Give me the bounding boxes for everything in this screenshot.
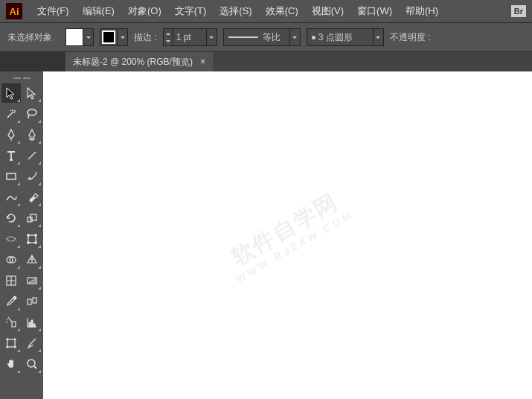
tab-close-button[interactable]: × xyxy=(200,57,205,67)
selection-status: 未选择对象 xyxy=(7,31,52,44)
fill-dropdown[interactable] xyxy=(83,28,94,46)
width-tool[interactable] xyxy=(1,229,21,249)
svg-rect-16 xyxy=(12,322,16,327)
options-bar: 未选择对象 描边 : 1 pt 等比 3 点圆形 不透明度 : xyxy=(0,22,532,52)
tools-panel xyxy=(0,71,43,399)
menu-view[interactable]: 视图(V) xyxy=(306,1,350,21)
stroke-dropdown[interactable] xyxy=(118,28,128,46)
pen-tool[interactable] xyxy=(1,125,21,144)
eraser-tool[interactable] xyxy=(22,188,42,207)
brush-label: 3 点圆形 xyxy=(318,31,353,44)
shape-builder-tool[interactable] xyxy=(1,250,21,269)
menu-type[interactable]: 文字(T) xyxy=(169,1,213,21)
selection-tool[interactable] xyxy=(1,83,21,103)
svg-rect-14 xyxy=(28,299,31,304)
stroke-width-stepper[interactable] xyxy=(163,28,173,46)
hand-tool[interactable] xyxy=(1,354,21,374)
svg-rect-20 xyxy=(7,339,15,347)
brush-dropdown[interactable] xyxy=(374,28,384,46)
artboard-tool[interactable] xyxy=(1,333,21,353)
svg-rect-17 xyxy=(29,322,31,327)
svg-point-0 xyxy=(28,109,36,115)
document-tab[interactable]: 未标题-2 @ 200% (RGB/预览) × xyxy=(65,52,213,71)
canvas-area[interactable]: 软件自学网 WWW.RJZXW.COM xyxy=(43,71,532,399)
stroke-swatch[interactable] xyxy=(100,28,118,46)
line-segment-tool[interactable] xyxy=(22,146,42,165)
scale-tool[interactable] xyxy=(22,208,42,228)
gradient-tool[interactable] xyxy=(22,271,42,290)
symbol-sprayer-tool[interactable] xyxy=(1,313,21,332)
slice-tool[interactable] xyxy=(22,333,42,353)
document-tabs: 未标题-2 @ 200% (RGB/预览) × xyxy=(65,52,532,71)
curvature-tool[interactable] xyxy=(22,125,42,144)
profile-dropdown[interactable] xyxy=(290,28,301,46)
bridge-button[interactable]: Br xyxy=(511,5,526,17)
menu-file[interactable]: 文件(F) xyxy=(31,1,75,21)
svg-point-21 xyxy=(28,360,35,367)
menu-help[interactable]: 帮助(H) xyxy=(400,1,444,21)
variable-width-profile[interactable]: 等比 xyxy=(223,28,290,46)
paintbrush-tool[interactable] xyxy=(22,167,42,186)
opacity-label: 不透明度 : xyxy=(390,31,431,44)
app-logo: Ai xyxy=(6,3,22,19)
svg-point-6 xyxy=(35,234,37,237)
menu-object[interactable]: 对象(O) xyxy=(122,1,167,21)
svg-rect-19 xyxy=(33,324,35,327)
rectangle-tool[interactable] xyxy=(1,167,21,186)
menu-window[interactable]: 窗口(W) xyxy=(351,1,398,21)
svg-rect-2 xyxy=(28,217,32,222)
type-tool[interactable] xyxy=(1,146,21,165)
svg-rect-4 xyxy=(28,235,36,243)
svg-rect-1 xyxy=(7,173,16,179)
direct-selection-tool[interactable] xyxy=(22,83,42,103)
svg-rect-18 xyxy=(31,320,33,327)
menu-select[interactable]: 选择(S) xyxy=(214,1,257,21)
stroke-label: 描边 : xyxy=(134,31,157,44)
svg-point-7 xyxy=(28,242,30,244)
perspective-tool[interactable] xyxy=(22,250,42,269)
shaper-tool[interactable] xyxy=(1,188,21,207)
stroke-width-dropdown[interactable] xyxy=(207,28,217,46)
blend-tool[interactable] xyxy=(22,292,42,311)
fill-swatch[interactable] xyxy=(65,28,83,46)
menu-edit[interactable]: 编辑(E) xyxy=(77,1,121,21)
svg-point-8 xyxy=(35,242,37,244)
tab-title: 未标题-2 @ 200% (RGB/预览) xyxy=(73,56,193,68)
workspace: 软件自学网 WWW.RJZXW.COM xyxy=(0,71,532,399)
stroke-width-field[interactable]: 1 pt xyxy=(173,28,207,46)
eyedropper-tool[interactable] xyxy=(1,292,21,311)
menu-bar: Ai 文件(F) 编辑(E) 对象(O) 文字(T) 选择(S) 效果(C) 视… xyxy=(0,0,532,22)
tools-header-grip[interactable] xyxy=(1,74,42,82)
profile-line-icon xyxy=(228,36,258,38)
svg-point-5 xyxy=(28,234,30,237)
free-transform-tool[interactable] xyxy=(22,229,42,249)
brush-dot-icon xyxy=(312,36,315,39)
menu-effect[interactable]: 效果(C) xyxy=(260,1,304,21)
profile-label: 等比 xyxy=(263,31,281,44)
mesh-tool[interactable] xyxy=(1,271,21,290)
watermark: 软件自学网 WWW.RJZXW.COM xyxy=(220,185,356,285)
rotate-tool[interactable] xyxy=(1,208,21,228)
zoom-tool[interactable] xyxy=(22,354,42,374)
svg-rect-15 xyxy=(33,298,36,303)
svg-point-13 xyxy=(13,296,16,299)
magic-wand-tool[interactable] xyxy=(1,104,21,124)
column-graph-tool[interactable] xyxy=(22,313,42,332)
lasso-tool[interactable] xyxy=(22,104,42,124)
brush-definition[interactable]: 3 点圆形 xyxy=(307,28,374,46)
